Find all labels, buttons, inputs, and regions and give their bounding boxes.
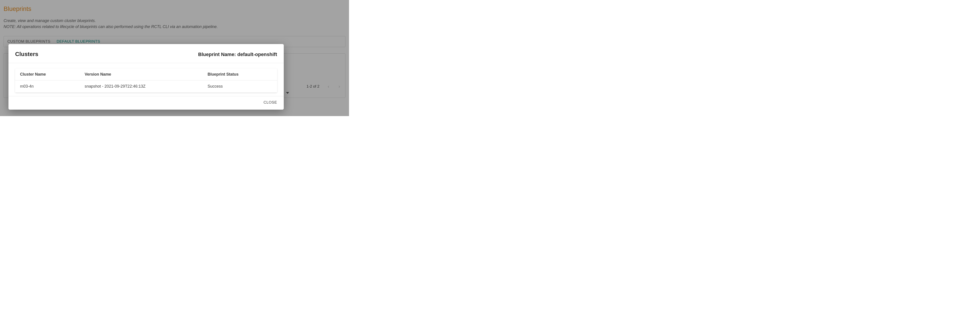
cell-blueprint-status: Success [208,84,272,89]
close-button[interactable]: CLOSE [264,100,277,105]
cell-cluster-name: m03-4n [20,84,84,89]
col-header-blueprint-status: Blueprint Status [208,72,272,77]
dialog-body: Cluster Name Version Name Blueprint Stat… [8,63,284,96]
clusters-dialog: Clusters Blueprint Name: default-openshi… [8,44,284,110]
clusters-table: Cluster Name Version Name Blueprint Stat… [15,68,277,92]
table-header: Cluster Name Version Name Blueprint Stat… [15,68,277,81]
blueprint-name-label: Blueprint Name: [198,52,237,57]
dialog-title: Clusters [15,51,38,58]
dialog-footer: CLOSE [8,96,284,110]
col-header-cluster-name: Cluster Name [20,72,84,77]
blueprint-name: Blueprint Name: default-openshift [198,52,277,57]
col-header-version-name: Version Name [84,72,208,77]
table-row: m03-4n snapshot - 2021-09-29T22:46:13Z S… [15,81,277,92]
cell-version-name: snapshot - 2021-09-29T22:46:13Z [84,84,208,89]
dialog-header: Clusters Blueprint Name: default-openshi… [8,51,284,63]
blueprint-name-value: default-openshift [237,52,277,57]
